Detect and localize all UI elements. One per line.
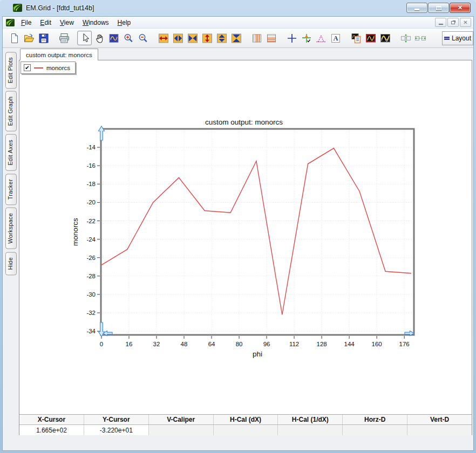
crosshair-cursor-button[interactable] [284,31,299,45]
y-tick-label: -16 [86,162,96,169]
status-value-v-caliper [149,425,214,435]
collapse-x-button[interactable] [185,31,200,45]
plot-style-button[interactable] [363,31,378,45]
sidebar-tab-edit-plots[interactable]: Edit Plots [5,52,17,88]
select-arrow-button[interactable] [77,31,92,45]
status-header-h-cal-1-dx-: H-Cal (1/dX) [278,415,343,424]
align-vertical-icon [399,32,412,45]
compress-y-button[interactable] [214,31,229,45]
zoom-region-button[interactable] [106,31,121,45]
caliper-icon [315,32,328,45]
caliper-button[interactable] [314,31,328,45]
align-vertical-button[interactable] [398,31,413,45]
title-bar[interactable]: EM.Grid - [fdtd_tut14b] ✕ [0,0,476,16]
menu-windows[interactable]: Windows [78,18,113,28]
collapse-y-button[interactable] [229,31,243,45]
zoom-out-button[interactable] [135,31,150,45]
mdi-minimize-icon [439,24,443,25]
status-value-horz-d [343,425,407,435]
toolbar: A Layout [3,29,473,48]
status-header-y-cursor: Y-Cursor [84,415,149,424]
sidebar-tab-workspace[interactable]: Workspace [5,208,17,249]
sidebar-tab-edit-graph[interactable]: Edit Graph [5,91,17,132]
app-frame: FileEditViewWindowsHelp ✕ A Layout Edit … [2,16,474,451]
legend-box: ✔ monorcs [21,61,76,74]
status-header-h-cal-dx-: H-Cal (dX) [214,415,278,424]
mdi-minimize-button[interactable] [435,18,446,27]
crosshair-cursor-icon [285,32,298,45]
document-tabstrip: custom output: monorcs [19,48,472,60]
menu-help[interactable]: Help [113,18,135,28]
menu-items: FileEditViewWindowsHelp [17,17,135,28]
mdi-window-controls: ✕ [434,18,471,27]
series-line-monorcs [101,148,411,315]
y-axis-label: monorcs [71,218,79,246]
expand-x-button[interactable] [156,31,171,45]
y-tick-label: -34 [86,328,96,334]
align-horizontal-button[interactable] [413,31,427,45]
y-tick-label: -26 [86,255,96,261]
expand-y-icon [201,32,214,45]
sidebar-tab-edit-axes[interactable]: Edit Axes [5,134,17,171]
text-annotation-button[interactable]: A [328,31,343,45]
status-header-v-caliper: V-Caliper [149,415,214,424]
multi-plot-icon [379,32,392,45]
pan-hand-icon [93,32,106,45]
multi-plot-button[interactable] [378,31,392,45]
legend-series-label: monorcs [46,65,70,71]
plot-frame [101,129,414,335]
select-arrow-icon [78,32,91,45]
maximize-button[interactable] [428,3,449,13]
tracker-button[interactable] [299,31,314,45]
sidebar-tabs: Edit PlotsEdit GraphEdit AxesTrackerWork… [3,48,19,450]
new-document-button[interactable] [7,31,22,45]
document-area: custom output: monorcs ✔ monorcs 0163248… [19,48,472,435]
status-table-value-row: 1.665e+02-3.220e+01 [19,425,472,435]
collapse-x-icon [186,32,199,45]
maximize-icon [436,6,441,10]
layout-button[interactable]: Layout [442,31,473,45]
zoom-region-icon [107,32,120,45]
menu-edit[interactable]: Edit [36,18,56,28]
legend-checkbox[interactable]: ✔ [24,64,31,71]
status-value-h-cal-1-dx- [278,425,343,435]
close-button[interactable]: ✕ [450,3,471,13]
compress-x-button[interactable] [171,31,185,45]
mdi-close-button[interactable]: ✕ [460,18,471,27]
menu-bar: FileEditViewWindowsHelp ✕ [3,17,473,29]
save-button[interactable] [36,31,51,45]
zoom-in-icon [122,32,135,45]
print-button[interactable] [57,31,71,45]
menu-file[interactable]: File [17,18,36,28]
window-title: EM.Grid - [fdtd_tut14b] [26,4,94,12]
mdi-restore-button[interactable] [447,18,459,27]
mdi-restore-icon [451,21,455,24]
document-icon [6,19,15,26]
tab-custom-output-monorcs[interactable]: custom output: monorcs [20,49,98,60]
layout-icon [444,35,450,42]
expand-y-button[interactable] [200,31,214,45]
legend-editor-button[interactable] [349,31,363,45]
toolbar-buttons: A [7,31,427,45]
open-file-button[interactable] [22,31,36,45]
menu-view[interactable]: View [56,18,78,28]
horizontal-gridlines-button[interactable] [264,31,278,45]
layout-button-label: Layout [452,35,471,42]
y-tick-label: -18 [86,181,96,187]
vertical-gridlines-button[interactable] [249,31,264,45]
sidebar-tab-hide[interactable]: Hide [5,252,17,275]
cursor-status-table: X-CursorY-CursorV-CaliperH-Cal (dX)H-Cal… [19,414,472,435]
y-tick-label: -20 [86,199,96,205]
minimize-button[interactable] [406,3,427,13]
x-tick-label: 16 [126,341,133,347]
x-tick-label: 48 [181,341,188,347]
pan-hand-button[interactable] [92,31,106,45]
x-tick-label: 128 [316,341,327,347]
zoom-in-button[interactable] [121,31,135,45]
chart-title: custom output: monorcs [205,118,283,126]
sidebar-tab-tracker[interactable]: Tracker [5,174,17,205]
text-annotation-icon: A [329,32,342,45]
print-icon [58,32,71,45]
y-tick-label: -30 [86,291,96,298]
chart-canvas[interactable]: 0163248648096112128144160176-14-16-18-20… [19,60,473,415]
